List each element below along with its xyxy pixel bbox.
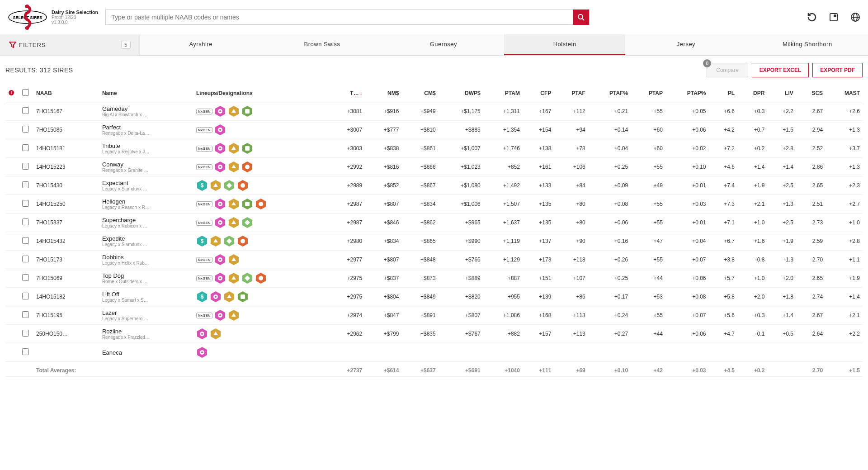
row-checkbox[interactable] (22, 218, 29, 225)
ptam-cell: +852 (483, 158, 523, 176)
ptaf-cell: +80 (554, 195, 588, 214)
totals-nm: +$614 (365, 362, 401, 377)
cm-cell: +$835 (401, 325, 438, 343)
row-checkbox[interactable] (22, 200, 29, 207)
col-ptaf[interactable]: PTAF% (588, 85, 631, 102)
mast-cell: +1.1 (826, 251, 863, 269)
scs-cell (796, 343, 826, 362)
breed-tab-milking-shorthorn[interactable]: Milking Shorthorn (747, 34, 868, 55)
filters-tab[interactable]: FILTERS 5 (0, 34, 140, 55)
col-scs[interactable]: SCS (796, 85, 826, 102)
nm-cell: +$852 (365, 176, 401, 195)
name-cell[interactable]: TributeLegacy x Resolve x J… (99, 139, 193, 158)
row-checkbox[interactable] (22, 163, 29, 170)
nm-cell: +$807 (365, 251, 401, 269)
ptapp-cell: +0.05 (665, 102, 709, 121)
name-cell[interactable]: ExpediteLegacy x Slamdunk … (99, 232, 193, 251)
cfp-cell (523, 343, 554, 362)
col-nm[interactable]: NM$ (365, 85, 401, 102)
pl-cell: +5.7 (709, 269, 737, 288)
nxgen-badge-icon: NxGEN (196, 164, 212, 170)
ptam-cell: +955 (483, 288, 523, 306)
totals-row: Total Averages:+2737+$614+$637+$691+1040… (5, 362, 863, 377)
col-pl[interactable]: PL (709, 85, 737, 102)
row-checkbox[interactable] (22, 107, 29, 114)
select-all-checkbox[interactable] (22, 89, 29, 96)
name-cell[interactable]: HeliogenLegacy x Reason x R… (99, 195, 193, 214)
col-ptap[interactable]: PTAP% (665, 85, 709, 102)
name-cell[interactable]: Top DogRome x Outsiders x … (99, 269, 193, 288)
breed-tab-jersey[interactable]: Jersey (625, 34, 746, 55)
name-cell[interactable]: LazerLegacy x Superhero … (99, 306, 193, 325)
cm-cell: +$862 (401, 214, 438, 232)
breed-tab-guernsey[interactable]: Guernsey (383, 34, 504, 55)
col-dpr[interactable]: DPR (737, 85, 767, 102)
t-cell: +2975 (328, 288, 365, 306)
col-cfp[interactable]: CFP (523, 85, 554, 102)
breed-tab-holstein[interactable]: Holstein (504, 34, 625, 55)
name-cell[interactable]: SuperchargeLegacy x Rubicon x … (99, 214, 193, 232)
cm-cell: +$810 (401, 121, 438, 139)
col-ptam[interactable]: PTAM (483, 85, 523, 102)
ptafp-cell: +0.25 (588, 269, 631, 288)
name-cell[interactable]: DobbinsLegacy x Helix x Rub… (99, 251, 193, 269)
pl-cell: +6.7 (709, 232, 737, 251)
col-cm[interactable]: CM$ (401, 85, 438, 102)
export-pdf-button[interactable]: EXPORT PDF (812, 63, 863, 77)
ptaf-cell: +80 (554, 214, 588, 232)
row-checkbox[interactable] (22, 311, 29, 318)
col-name[interactable]: Name (99, 85, 193, 102)
name-cell[interactable]: GamedayBig Al x Blowtorch x … (99, 102, 193, 121)
breed-tab-ayrshire[interactable]: Ayrshire (140, 34, 261, 55)
row-checkbox[interactable] (22, 293, 29, 299)
refresh-button[interactable] (807, 12, 817, 23)
table-row: 7HO15085ParfectRenegade x Delta-La…NxGEN… (5, 121, 863, 139)
col-liv[interactable]: LIV (767, 85, 796, 102)
totals-ptam: +1040 (483, 362, 523, 377)
search-button[interactable] (573, 9, 589, 25)
name-cell[interactable]: ExpectantLegacy x Slamdunk … (99, 176, 193, 195)
search-input[interactable] (105, 9, 573, 25)
name-cell[interactable]: Eaneca (99, 343, 193, 362)
row-checkbox[interactable] (22, 256, 29, 262)
col-naab[interactable]: NAAB (33, 85, 99, 102)
sort-desc-icon: ↓ (360, 90, 363, 96)
row-checkbox[interactable] (22, 181, 29, 188)
totals-ptapp: +0.03 (665, 362, 709, 377)
col-t[interactable]: T…↓ (328, 85, 365, 102)
language-button[interactable] (850, 12, 861, 23)
compare-button[interactable]: Compare (707, 63, 748, 77)
name-cell[interactable]: Lift OffLegacy x Samuri x S… (99, 288, 193, 306)
row-checkbox[interactable] (22, 274, 29, 281)
name-cell[interactable]: RozlineRenegade x Frazzled… (99, 325, 193, 343)
cfp-cell: +133 (523, 176, 554, 195)
col-dwp[interactable]: DWP$ (439, 85, 483, 102)
card-view-button[interactable] (828, 12, 839, 23)
export-excel-button[interactable]: EXPORT EXCEL (752, 63, 809, 77)
col-ptaf[interactable]: PTAF (554, 85, 588, 102)
t-cell: +2975 (328, 269, 365, 288)
nm-cell: +$816 (365, 158, 401, 176)
row-checkbox[interactable] (22, 237, 29, 244)
row-checkbox[interactable] (22, 348, 29, 355)
name-cell[interactable]: ParfectRenegade x Delta-La… (99, 121, 193, 139)
breed-tab-brown-swiss[interactable]: Brown Swiss (261, 34, 382, 55)
liv-cell: +1.4 (767, 306, 796, 325)
svg-point-3 (25, 26, 29, 30)
naab-cell: 250HO150… (33, 325, 99, 343)
pl-cell: +4.6 (709, 158, 737, 176)
cm-cell (401, 343, 438, 362)
ptaf-cell: +113 (554, 306, 588, 325)
t-cell: +3081 (328, 102, 365, 121)
col-ptap[interactable]: PTAP (631, 85, 665, 102)
col-mast[interactable]: MAST (826, 85, 863, 102)
dpr-cell: +0.3 (737, 102, 767, 121)
col-lineupsdesignations[interactable]: Lineups/Designations (193, 85, 328, 102)
scs-cell: 2.86 (796, 158, 826, 176)
row-checkbox[interactable] (22, 126, 29, 133)
name-cell[interactable]: ConwayRenegade x Granite … (99, 158, 193, 176)
ptaf-cell: +94 (554, 121, 588, 139)
row-checkbox[interactable] (22, 144, 29, 151)
search-icon (577, 14, 585, 21)
row-checkbox[interactable] (22, 330, 29, 337)
